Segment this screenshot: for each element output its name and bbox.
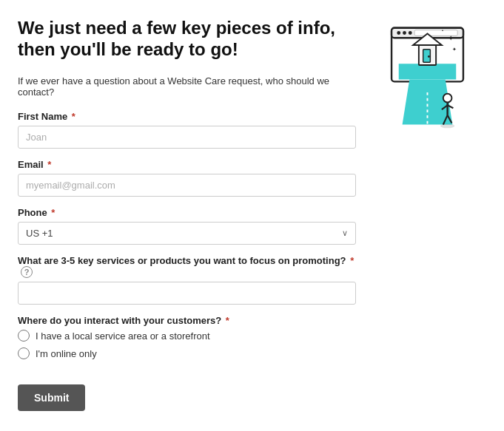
radio-online-label[interactable]: I'm online only [18, 347, 356, 359]
email-label: Email * [18, 159, 356, 170]
radio-local[interactable] [18, 330, 30, 342]
customer-interaction-required: * [223, 315, 229, 326]
phone-label: Phone * [18, 207, 356, 218]
phone-required: * [49, 207, 56, 218]
svg-text:✦: ✦ [452, 47, 457, 52]
illustration-section: ✦ ✦ • [368, 18, 486, 138]
svg-point-9 [427, 55, 429, 58]
page-container: We just need a few key pieces of info, t… [18, 18, 486, 411]
svg-text:•: • [441, 28, 443, 33]
key-services-input[interactable] [18, 282, 356, 305]
key-services-group: What are 3-5 key services or products yo… [18, 255, 356, 305]
svg-point-2 [397, 31, 400, 35]
customer-interaction-group: Where do you interact with your customer… [18, 315, 356, 359]
radio-local-text: I have a local service area or a storefr… [36, 330, 210, 342]
submit-button[interactable]: Submit [18, 384, 85, 411]
radio-local-label[interactable]: I have a local service area or a storefr… [18, 330, 356, 342]
customer-interaction-label: Where do you interact with your customer… [18, 315, 356, 326]
svg-point-3 [403, 31, 406, 35]
svg-point-15 [443, 94, 451, 103]
phone-group: Phone * US +1 CA +1 UK +44 AU +61 [18, 207, 356, 245]
email-required: * [45, 159, 52, 170]
svg-marker-6 [398, 64, 456, 79]
key-services-help-icon[interactable]: ? [21, 266, 33, 278]
radio-online-text: I'm online only [36, 348, 97, 359]
first-name-input[interactable] [18, 126, 356, 149]
page-heading: We just need a few key pieces of info, t… [18, 18, 356, 61]
first-name-required: * [69, 111, 75, 122]
illustration: ✦ ✦ • [370, 21, 485, 138]
phone-select-wrapper: US +1 CA +1 UK +44 AU +61 [18, 222, 356, 245]
subtext: If we ever have a question about a Websi… [18, 75, 356, 98]
svg-point-4 [408, 31, 411, 35]
svg-text:✦: ✦ [447, 34, 453, 42]
first-name-group: First Name * [18, 111, 356, 149]
illustration-svg: ✦ ✦ • [370, 21, 485, 135]
email-input[interactable] [18, 174, 356, 197]
key-services-required: * [348, 255, 355, 266]
radio-group: I have a local service area or a storefr… [18, 330, 356, 359]
radio-online[interactable] [18, 347, 30, 359]
form-section: We just need a few key pieces of info, t… [18, 18, 356, 411]
first-name-label: First Name * [18, 111, 356, 122]
svg-point-21 [440, 124, 454, 129]
email-group: Email * [18, 159, 356, 197]
phone-select[interactable]: US +1 CA +1 UK +44 AU +61 [19, 223, 342, 244]
key-services-label: What are 3-5 key services or products yo… [18, 255, 356, 279]
